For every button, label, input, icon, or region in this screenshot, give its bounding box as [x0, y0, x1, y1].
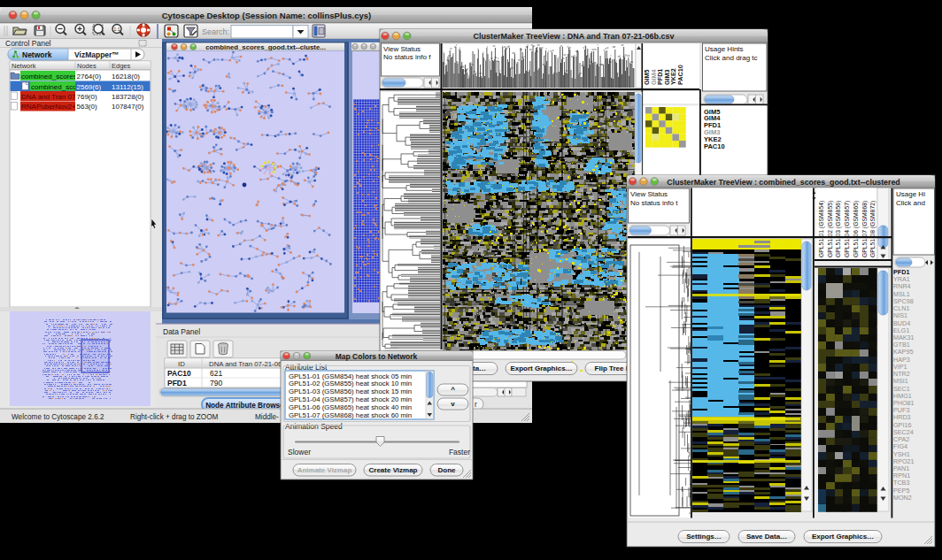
svg-text:DNA and Tran 07: DNA and Tran 07: [21, 93, 76, 101]
svg-text:combined_scores_: combined_scores_: [21, 73, 81, 81]
svg-text:GPL51-03 (GSM856) heat shock 1: GPL51-03 (GSM856) heat shock 15 min: [289, 387, 412, 395]
svg-text:Map Colors to Network: Map Colors to Network: [336, 352, 418, 361]
svg-text:2764(0): 2764(0): [77, 73, 102, 81]
svg-text:Faster: Faster: [449, 448, 470, 456]
svg-text:Slower: Slower: [288, 448, 311, 456]
svg-text:16218(0): 16218(0): [112, 73, 140, 81]
svg-text:563(0): 563(0): [77, 103, 97, 111]
svg-text:2569(6): 2569(6): [77, 83, 102, 91]
svg-text:View Status: View Status: [630, 190, 668, 198]
svg-text:No status info f: No status info f: [383, 53, 431, 61]
svg-text:ClusterMaker TreeView : DNA an: ClusterMaker TreeView : DNA and Tran 07-…: [473, 32, 674, 41]
svg-text:RNAPuberNov2+!: RNAPuberNov2+!: [21, 103, 78, 111]
svg-text:View Status: View Status: [383, 45, 421, 53]
svg-text:Save Data…: Save Data…: [746, 533, 787, 541]
svg-text:Click and: Click and: [896, 199, 925, 207]
svg-text:GPL51-04 (GSM857) heat shock 2: GPL51-04 (GSM857) heat shock 20 min: [289, 395, 412, 403]
svg-text:PAC10: PAC10: [704, 142, 725, 150]
svg-text:Attribute List: Attribute List: [285, 363, 328, 372]
svg-text:GPL51-07 (GSM868) heat shock 6: GPL51-07 (GSM868) heat shock 60 min: [289, 411, 412, 419]
svg-text:GPL51-03 (GSM856): GPL51-03 (GSM856): [835, 201, 842, 257]
svg-text:PAC10: PAC10: [167, 369, 191, 378]
svg-text:Flip Tree N: Flip Tree N: [595, 364, 631, 372]
svg-text:GPL51-08 (GSM872): GPL51-08 (GSM872): [869, 201, 876, 257]
svg-text:GPL51-02 (GSM855): GPL51-02 (GSM855): [827, 201, 834, 257]
svg-text:^: ^: [451, 386, 455, 394]
svg-text:Right-click + drag to ZOOM: Right-click + drag to ZOOM: [130, 413, 219, 421]
svg-text:Node Attribute Browser: Node Attribute Browser: [205, 402, 287, 410]
svg-text:Animate Vizmap: Animate Vizmap: [297, 466, 352, 474]
svg-text:GPL51-02 (GSM855) heat shock 1: GPL51-02 (GSM855) heat shock 10 min: [289, 380, 412, 387]
svg-text:621: 621: [210, 369, 222, 378]
svg-text:PAC10: PAC10: [676, 65, 684, 85]
svg-text:GPL51-01 (GSM854): GPL51-01 (GSM854): [818, 201, 825, 257]
svg-text:r: r: [475, 401, 477, 409]
svg-text:Welcome to Cytoscape 2.6.2: Welcome to Cytoscape 2.6.2: [12, 413, 104, 421]
svg-text:PFD1: PFD1: [167, 379, 187, 387]
svg-text:Network: Network: [22, 50, 52, 59]
svg-text:Export Graphics…: Export Graphics…: [510, 364, 572, 372]
svg-text:Usage Hints: Usage Hints: [705, 45, 744, 53]
svg-text:790: 790: [210, 379, 222, 387]
svg-text:Nodes: Nodes: [77, 62, 97, 70]
svg-text:Search:: Search:: [202, 27, 229, 36]
svg-text:13112(15): 13112(15): [112, 83, 143, 91]
svg-text:Data Panel: Data Panel: [163, 327, 200, 336]
svg-text:Click and drag tc: Click and drag tc: [705, 54, 758, 62]
svg-text:GPL51-06 (GSM865): GPL51-06 (GSM865): [853, 201, 860, 257]
svg-text:v: v: [451, 400, 455, 408]
svg-text:769(0): 769(0): [77, 93, 97, 101]
svg-text:Middle-: Middle-: [255, 413, 279, 421]
svg-text:DNA and Tran 07-21-06: DNA and Tran 07-21-06: [209, 360, 282, 368]
svg-text:Done: Done: [438, 466, 457, 474]
svg-text:combined_scores_good.txt--clus: combined_scores_good.txt--cluste...: [205, 43, 326, 51]
svg-text:Animation Speed: Animation Speed: [285, 422, 343, 431]
svg-text:GPL51-04 (GSM857): GPL51-04 (GSM857): [844, 201, 851, 257]
svg-text:Cytoscape Desktop (Session Nam: Cytoscape Desktop (Session Name: collins…: [162, 11, 372, 20]
svg-text:VizMapper™: VizMapper™: [74, 50, 120, 59]
svg-text:Edges: Edges: [112, 62, 131, 70]
svg-text:Network: Network: [12, 62, 36, 70]
svg-text:Settings…: Settings…: [686, 533, 722, 541]
svg-text:ClusterMaker TreeView : combin: ClusterMaker TreeView : combined_scores_…: [667, 178, 900, 187]
svg-text:GPL51-07 (GSM868): GPL51-07 (GSM868): [861, 201, 869, 257]
svg-text:Usage Hi: Usage Hi: [896, 190, 925, 198]
svg-text:GPL51-06 (GSM865) heat shock 4: GPL51-06 (GSM865) heat shock 40 min: [289, 403, 412, 411]
svg-text:ID: ID: [178, 360, 185, 368]
svg-text:183728(0): 183728(0): [112, 93, 144, 101]
svg-text:Create Vizmap: Create Vizmap: [369, 466, 418, 474]
svg-text:Control Panel: Control Panel: [5, 39, 51, 48]
svg-text:Export Graphics…: Export Graphics…: [812, 533, 874, 541]
svg-text:MON2: MON2: [893, 494, 912, 502]
svg-text:1:1: 1:1: [113, 27, 120, 32]
svg-text:107847(0): 107847(0): [112, 103, 144, 111]
svg-text:combined_sco: combined_sco: [31, 83, 77, 91]
svg-text:GPL51-01 (GSM854) heat shock 0: GPL51-01 (GSM854) heat shock 05 min: [289, 372, 412, 380]
svg-text:No status info t: No status info t: [630, 199, 678, 207]
